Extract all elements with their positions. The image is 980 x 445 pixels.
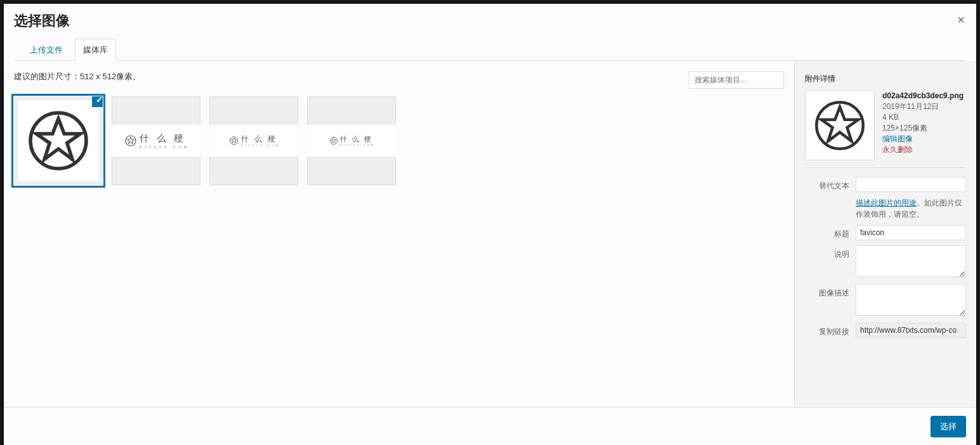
title-label: 标题 [805, 225, 856, 240]
main-top-row: 建议的图片尺寸：512 x 512像素。 [14, 71, 784, 89]
alt-text-help-link[interactable]: 描述此图片的用途 [856, 198, 917, 207]
details-date: 2019年11月12日 [882, 101, 966, 112]
delete-permanently-link[interactable]: 永久删除 [882, 145, 966, 155]
modal-title: 选择图像 [14, 4, 966, 37]
thumb-image: 什 么 梗 8 7 T X T S . C O M [112, 125, 200, 157]
svg-marker-9 [821, 107, 858, 141]
details-sidebar: 附件详情 d02a42d9cb3dec9.png 2019年11月12日 4 K… [794, 61, 976, 412]
thumb-image: 什 么 梗 8 7 T X T S . C O M [307, 125, 396, 157]
copy-link-input[interactable] [856, 323, 966, 338]
star-circle-icon [229, 136, 239, 146]
caption-input[interactable] [856, 245, 966, 277]
svg-marker-5 [231, 138, 237, 143]
attachment-thumb-selected[interactable] [14, 96, 103, 185]
modal-header: 选择图像 × 上传文件 媒体库 [4, 4, 976, 61]
caption-label: 说明 [805, 245, 856, 260]
tab-upload[interactable]: 上传文件 [22, 39, 71, 61]
close-icon: × [957, 13, 965, 27]
logo-text-sub: 8 7 T X T S . C O M [340, 144, 374, 146]
alt-text-label: 替代文本 [805, 177, 856, 191]
star-circle-icon [23, 106, 93, 176]
details-thumbnail [805, 91, 875, 160]
svg-marker-1 [36, 119, 81, 159]
logo-text-cn: 什 么 梗 [241, 134, 279, 144]
svg-marker-3 [127, 137, 134, 144]
thumbnail-grid: 什 么 梗 8 7 T X T S . C O M 什 么 梗 8 7 T X [14, 96, 784, 185]
thumb-image: 什 么 梗 8 7 T X T S . C O M [209, 125, 298, 157]
edit-image-link[interactable]: 编辑图像 [882, 134, 966, 145]
description-label: 图像描述 [805, 284, 856, 299]
copy-link-label: 复制链接 [805, 323, 856, 337]
logo-text-sub: 8 7 T X T S . C O M [241, 144, 279, 147]
attachment-thumb[interactable]: 什 么 梗 8 7 T X T S . C O M [112, 96, 200, 185]
media-modal: 选择图像 × 上传文件 媒体库 建议的图片尺寸：512 x 512像素。 [4, 4, 976, 445]
details-form: 替代文本 描述此图片的用途。如此图片仅作装饰用，请留空。 标题 说明 [805, 177, 966, 338]
selected-check-icon[interactable] [92, 96, 103, 107]
search-input[interactable] [689, 71, 784, 89]
details-filesize: 4 KB [882, 112, 966, 123]
logo-text-cn: 什 么 梗 [140, 132, 188, 145]
title-input[interactable] [856, 225, 966, 240]
star-circle-icon [124, 134, 137, 147]
alt-text-help: 描述此图片的用途。如此图片仅作装饰用，请留空。 [856, 197, 966, 220]
select-button[interactable]: 选择 [931, 416, 966, 437]
logo-text-sub: 8 7 T X T S . C O M [140, 145, 188, 149]
thumb-image [18, 100, 99, 181]
star-circle-icon [811, 96, 869, 155]
size-hint: 建议的图片尺寸：512 x 512像素。 [14, 71, 141, 82]
modal-footer: 选择 [4, 407, 976, 445]
sidebar-heading: 附件详情 [805, 61, 966, 91]
details-dimensions: 125×125像素 [882, 123, 966, 134]
tabs: 上传文件 媒体库 [14, 38, 966, 61]
svg-marker-7 [331, 138, 336, 143]
attachment-thumb[interactable]: 什 么 梗 8 7 T X T S . C O M [307, 96, 396, 185]
attachment-thumb[interactable]: 什 么 梗 8 7 T X T S . C O M [209, 96, 298, 185]
description-input[interactable] [856, 284, 966, 316]
star-circle-icon [329, 136, 338, 145]
alt-text-input[interactable] [856, 177, 966, 192]
details-filename: d02a42d9cb3dec9.png [882, 91, 966, 101]
close-button[interactable]: × [957, 13, 965, 27]
logo-text-cn: 什 么 梗 [340, 135, 374, 143]
main-panel: 建议的图片尺寸：512 x 512像素。 [4, 61, 794, 412]
details-meta: d02a42d9cb3dec9.png 2019年11月12日 4 KB 125… [882, 91, 966, 160]
attachment-details: d02a42d9cb3dec9.png 2019年11月12日 4 KB 125… [805, 91, 966, 168]
tab-media-library[interactable]: 媒体库 [75, 39, 116, 61]
modal-body: 建议的图片尺寸：512 x 512像素。 [4, 61, 976, 412]
